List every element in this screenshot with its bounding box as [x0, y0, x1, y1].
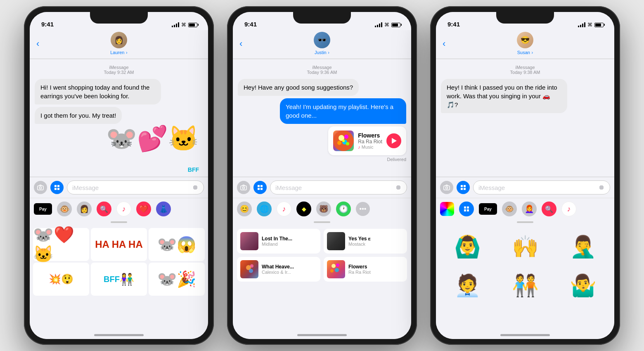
tray2-dark[interactable]: ◆ [296, 202, 311, 216]
contact-name-1: Lauren › [110, 49, 128, 55]
back-button-3[interactable]: ‹ [443, 38, 445, 49]
audio-icon-3: ⏺ [598, 184, 605, 191]
camera-button-2[interactable] [237, 181, 250, 194]
input-bar-2: iMessage ⏺ [233, 177, 411, 198]
music-source-2: ♪ Music [358, 145, 382, 149]
camera-button-3[interactable] [440, 181, 453, 194]
tray-heart[interactable]: ❤️ [136, 202, 151, 216]
wifi-icon-3: ⌘ [587, 22, 592, 28]
imessage-input-3[interactable]: iMessage ⏺ [473, 180, 610, 194]
memoji-3[interactable]: 🤦‍♂️ [555, 228, 611, 265]
sticker-4[interactable]: 💥😲 [33, 263, 89, 296]
apps-button-2[interactable] [253, 181, 267, 194]
tray-shirt[interactable]: 👗 [156, 202, 171, 216]
music-grid-item-3[interactable]: What Heave... Calexico & Ir... [237, 257, 320, 282]
tray3-photos[interactable] [440, 202, 454, 216]
tray3-apps[interactable] [459, 202, 474, 216]
notch-1 [90, 12, 148, 24]
tray2-clock[interactable]: 🕐 [336, 202, 351, 216]
tray3-search[interactable]: 🔍 [542, 202, 556, 216]
tray-memoji[interactable]: 👩 [77, 202, 92, 216]
sticker-6[interactable]: 🐭🎉 [149, 263, 205, 296]
battery-3 [594, 23, 604, 27]
music-card-2[interactable]: Flowers Ra Ra Riot ♪ Music [328, 126, 406, 155]
back-button-1[interactable]: ‹ [36, 38, 39, 49]
sticker-bff: 🐭💕🐱BFF [35, 126, 203, 176]
nav-bar-1: ‹ 👩 Lauren › [30, 30, 208, 59]
status-icons-2: ⌘ [375, 22, 403, 28]
music-grid-item-1[interactable]: Lost In The... Midland [237, 229, 320, 254]
apps-button-3[interactable] [457, 181, 470, 194]
music-grid-item-4[interactable]: Flowers Ra Ra Riot [324, 257, 407, 282]
apps-button-1[interactable] [50, 181, 64, 194]
contact-name-2: Justin › [315, 49, 329, 55]
input-bar-3: iMessage ⏺ [436, 177, 614, 198]
input-placeholder-2: iMessage [275, 184, 302, 191]
sticker-5[interactable]: BFF👫 [91, 263, 147, 296]
content-panel-3: 🙆‍♂️ 🙌 🤦‍♂️ 🧑‍💼 🧑‍🤝‍🧑 🤷‍♂️ [436, 220, 614, 331]
svg-point-10 [243, 187, 245, 189]
camera-button-1[interactable] [34, 181, 47, 194]
home-indicator-3 [436, 331, 614, 339]
app-tray-3: Pay 🐵 👩‍🦰 🔍 ♪ [436, 198, 614, 220]
tray2-globe[interactable]: 🌐 [257, 202, 272, 216]
music-info-2: Flowers Ra Ra Riot ♪ Music [358, 132, 382, 149]
phone-3: 9:41 ⌘ ‹ [430, 6, 620, 345]
tray-monkey[interactable]: 🐵 [57, 202, 72, 216]
sticker-1[interactable]: 🐭❤️🐱 [33, 228, 89, 261]
memoji-4[interactable]: 🧑‍💼 [439, 267, 495, 304]
music-grid-item-2[interactable]: Yes Yes E Mostack [324, 229, 407, 254]
contact-info-1[interactable]: 👩 Lauren › [110, 32, 128, 55]
phone-2: 9:41 ⌘ ‹ [227, 6, 417, 345]
svg-point-17 [330, 269, 334, 273]
svg-point-15 [336, 263, 339, 267]
sticker-3[interactable]: 🐭😱 [149, 228, 205, 261]
timestamp-3: iMessage Today 9:38 AM [441, 65, 609, 75]
tray-music[interactable]: ♪ [116, 202, 131, 216]
tray-search[interactable]: 🔍 [97, 202, 111, 216]
contact-info-3[interactable]: 😎 Susan › [517, 32, 533, 55]
phones-container: 9:41 ⌘ ‹ [24, 6, 620, 345]
tray3-applepay[interactable]: Pay [479, 203, 497, 215]
battery-2 [391, 23, 400, 27]
status-icons-3: ⌘ [578, 22, 606, 28]
play-button-2[interactable] [386, 133, 401, 148]
tray2-music2[interactable]: ♪ [277, 202, 291, 216]
svg-point-13 [249, 269, 253, 273]
svg-point-12 [250, 264, 253, 268]
avatar-susan: 😎 [517, 32, 533, 48]
notch-3 [496, 12, 554, 24]
imessage-input-1[interactable]: iMessage ⏺ [67, 180, 204, 194]
svg-rect-9 [241, 186, 246, 190]
contact-info-2[interactable]: 🕶️ Justin › [314, 32, 330, 55]
memoji-2[interactable]: 🙌 [497, 228, 553, 265]
message-bubble-1: Hi! I went shopping today and found the … [35, 79, 161, 104]
message-bubble-2: I got them for you. My treat! [35, 107, 122, 124]
tray3-monkey[interactable]: 🐵 [502, 202, 517, 216]
wifi-icon-2: ⌘ [384, 22, 389, 28]
memoji-5[interactable]: 🧑‍🤝‍🧑 [497, 267, 553, 304]
audio-icon-2: ⏺ [395, 184, 402, 191]
tray3-music3[interactable]: ♪ [561, 202, 576, 216]
memoji-1[interactable]: 🙆‍♂️ [439, 228, 495, 265]
home-indicator-1 [30, 331, 208, 339]
phone-1: 9:41 ⌘ ‹ [24, 6, 214, 345]
tray-applepay-1[interactable]: Pay [34, 203, 52, 215]
message-received-2: Hey! Have any good song suggestions? [238, 79, 359, 96]
nav-bar-3: ‹ 😎 Susan › [436, 30, 614, 59]
tray2-sticker[interactable]: 😊 [237, 202, 252, 216]
memoji-grid-3: 🙆‍♂️ 🙌 🤦‍♂️ 🧑‍💼 🧑‍🤝‍🧑 🤷‍♂️ [436, 225, 614, 307]
tray3-memoji2[interactable]: 👩‍🦰 [522, 202, 537, 216]
message-sent-2: Yeah! I'm updating my playlist. Here's a… [280, 98, 406, 124]
message-received-3: Hey! I think I passed you on the ride in… [441, 79, 567, 113]
flowers-artist: Ra Ra Riot [348, 270, 371, 275]
delivered-2: Delivered [238, 157, 406, 162]
tray2-bear[interactable]: 🐻 [316, 202, 331, 216]
memoji-6[interactable]: 🤷‍♂️ [555, 267, 611, 304]
imessage-input-2[interactable]: iMessage ⏺ [270, 180, 407, 194]
sticker-2[interactable]: HA HA HA [91, 228, 147, 261]
back-button-2[interactable]: ‹ [239, 38, 242, 49]
tray2-more[interactable]: ••• [356, 202, 370, 216]
content-panel-2: Lost In The... Midland Yes Yes E Mostack [233, 220, 411, 331]
contact-name-3: Susan › [517, 49, 533, 55]
